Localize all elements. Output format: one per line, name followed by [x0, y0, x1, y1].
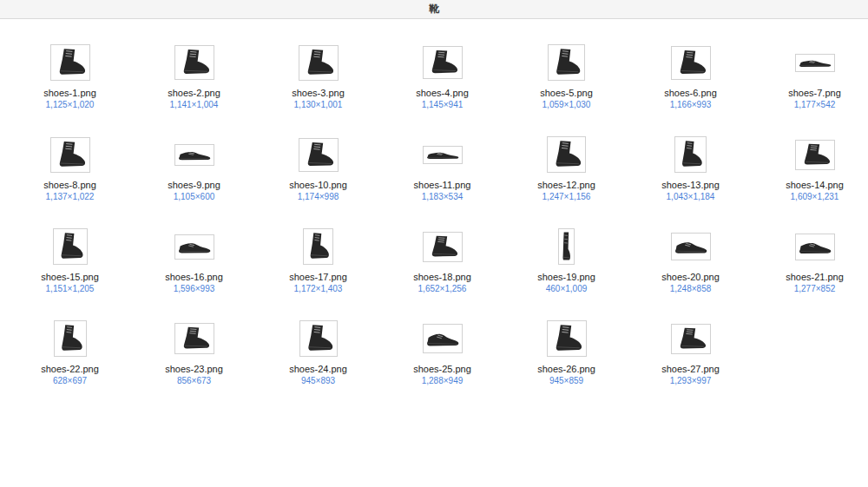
shoe-thumbnail[interactable] [547, 136, 586, 173]
file-item[interactable]: shoes-23.png 856×673 [132, 318, 256, 410]
file-dimensions: 1,596×993 [174, 284, 215, 294]
file-name[interactable]: shoes-9.png [168, 180, 220, 191]
file-item[interactable]: shoes-22.png 628×697 [8, 318, 132, 410]
file-name[interactable]: shoes-20.png [661, 272, 720, 283]
shoe-thumbnail[interactable] [423, 146, 463, 164]
shoe-thumbnail[interactable] [671, 324, 711, 354]
file-dimensions: 856×673 [177, 376, 211, 386]
shoe-thumbnail[interactable] [795, 140, 835, 170]
thumbnail-box [53, 226, 88, 267]
file-item[interactable]: shoes-14.png 1,609×1,231 [753, 134, 868, 226]
shoe-thumbnail[interactable] [174, 323, 214, 354]
shoe-thumbnail[interactable] [299, 45, 339, 81]
thumbnail-box [50, 134, 90, 175]
file-name[interactable]: shoes-1.png [43, 88, 96, 99]
shoe-thumbnail[interactable] [423, 46, 463, 79]
file-item[interactable]: shoes-24.png 945×893 [256, 318, 380, 410]
file-item[interactable]: shoes-5.png 1,059×1,030 [504, 42, 628, 134]
file-item[interactable]: shoes-11.png 1,183×534 [380, 134, 504, 226]
shoe-thumbnail[interactable] [795, 54, 835, 72]
file-name[interactable]: shoes-26.png [537, 364, 595, 375]
file-name[interactable]: shoes-5.png [540, 88, 593, 99]
file-name[interactable]: shoes-12.png [537, 180, 595, 191]
file-item[interactable]: shoes-2.png 1,141×1,004 [132, 42, 256, 134]
shoe-thumbnail[interactable] [299, 320, 338, 357]
file-dimensions: 945×859 [549, 376, 583, 386]
file-item[interactable]: shoes-19.png 460×1,009 [504, 226, 628, 318]
shoe-thumbnail[interactable] [174, 45, 214, 80]
file-name[interactable]: shoes-21.png [786, 272, 844, 283]
file-item[interactable]: shoes-26.png 945×859 [504, 318, 628, 410]
file-item[interactable]: shoes-10.png 1,174×998 [256, 134, 380, 226]
file-item[interactable]: shoes-8.png 1,137×1,022 [8, 134, 132, 226]
file-item[interactable]: shoes-15.png 1,151×1,205 [8, 226, 132, 318]
file-dimensions: 1,145×941 [422, 100, 464, 110]
file-name[interactable]: shoes-23.png [165, 364, 223, 375]
file-item[interactable]: shoes-3.png 1,130×1,001 [256, 42, 380, 134]
thumbnail-box [795, 134, 835, 175]
thumbnail-box [174, 134, 214, 175]
thumbnail-box [674, 134, 707, 175]
file-item[interactable]: shoes-13.png 1,043×1,184 [628, 134, 753, 226]
file-item[interactable]: shoes-21.png 1,277×852 [753, 226, 868, 318]
file-dimensions: 1,277×852 [794, 284, 836, 294]
file-item[interactable]: shoes-6.png 1,166×993 [628, 42, 753, 134]
file-item[interactable]: shoes-27.png 1,293×997 [628, 318, 753, 410]
file-name[interactable]: shoes-8.png [43, 180, 96, 191]
shoe-thumbnail[interactable] [671, 233, 711, 260]
file-name[interactable]: shoes-15.png [41, 272, 99, 283]
shoe-thumbnail[interactable] [674, 136, 707, 173]
shoe-thumbnail[interactable] [423, 232, 463, 262]
shoe-thumbnail[interactable] [54, 320, 87, 357]
file-name[interactable]: shoes-17.png [289, 272, 347, 283]
file-item[interactable]: shoes-18.png 1,652×1,256 [380, 226, 504, 318]
thumbnail-box [174, 42, 214, 83]
shoe-thumbnail[interactable] [53, 228, 88, 265]
file-item[interactable]: shoes-9.png 1,105×600 [132, 134, 256, 226]
file-dimensions: 1,248×858 [670, 284, 712, 294]
file-name[interactable]: shoes-2.png [168, 88, 220, 99]
file-item[interactable]: shoes-17.png 1,172×1,403 [256, 226, 380, 318]
shoe-thumbnail[interactable] [299, 138, 339, 172]
file-item[interactable]: shoes-12.png 1,247×1,156 [504, 134, 628, 226]
file-name[interactable]: shoes-25.png [413, 364, 471, 375]
thumbnail-box [671, 42, 711, 83]
file-item[interactable]: shoes-1.png 1,125×1,020 [8, 42, 132, 134]
file-item[interactable]: shoes-7.png 1,177×542 [753, 42, 868, 134]
shoe-thumbnail[interactable] [547, 320, 587, 357]
shoe-thumbnail[interactable] [174, 144, 214, 166]
file-name[interactable]: shoes-16.png [165, 272, 223, 283]
file-name[interactable]: shoes-6.png [664, 88, 717, 99]
file-browser-content: shoes-1.png 1,125×1,020 shoes-2.png 1,14… [0, 19, 868, 410]
shoe-thumbnail[interactable] [548, 44, 585, 81]
file-name[interactable]: shoes-22.png [41, 364, 99, 375]
shoe-thumbnail[interactable] [423, 324, 463, 353]
file-name[interactable]: shoes-14.png [786, 180, 844, 191]
shoe-thumbnail[interactable] [795, 234, 835, 260]
shoe-thumbnail[interactable] [174, 234, 214, 260]
file-dimensions: 1,172×1,403 [294, 284, 343, 294]
shoe-thumbnail[interactable] [50, 137, 90, 173]
file-name[interactable]: shoes-19.png [537, 272, 595, 283]
shoe-thumbnail[interactable] [50, 44, 90, 81]
shoe-thumbnail[interactable] [671, 46, 711, 80]
file-name[interactable]: shoes-4.png [416, 88, 469, 99]
shoe-thumbnail[interactable] [558, 228, 575, 265]
file-dimensions: 1,609×1,231 [791, 192, 839, 202]
file-name[interactable]: shoes-13.png [661, 180, 720, 191]
file-name[interactable]: shoes-3.png [292, 88, 345, 99]
file-item[interactable]: shoes-25.png 1,288×949 [380, 318, 504, 410]
file-name[interactable]: shoes-11.png [414, 180, 471, 191]
file-name[interactable]: shoes-18.png [413, 272, 471, 283]
thumbnail-box [423, 134, 463, 175]
file-name[interactable]: shoes-10.png [289, 180, 347, 191]
shoe-thumbnail[interactable] [303, 228, 333, 265]
file-item[interactable]: shoes-4.png 1,145×941 [380, 42, 504, 134]
file-item[interactable]: shoes-20.png 1,248×858 [628, 226, 753, 318]
thumbnail-box [547, 134, 586, 175]
file-item[interactable]: shoes-16.png 1,596×993 [132, 226, 256, 318]
file-dimensions: 1,166×993 [670, 100, 712, 110]
file-name[interactable]: shoes-24.png [289, 364, 347, 375]
file-name[interactable]: shoes-7.png [788, 88, 841, 99]
file-name[interactable]: shoes-27.png [661, 364, 720, 375]
